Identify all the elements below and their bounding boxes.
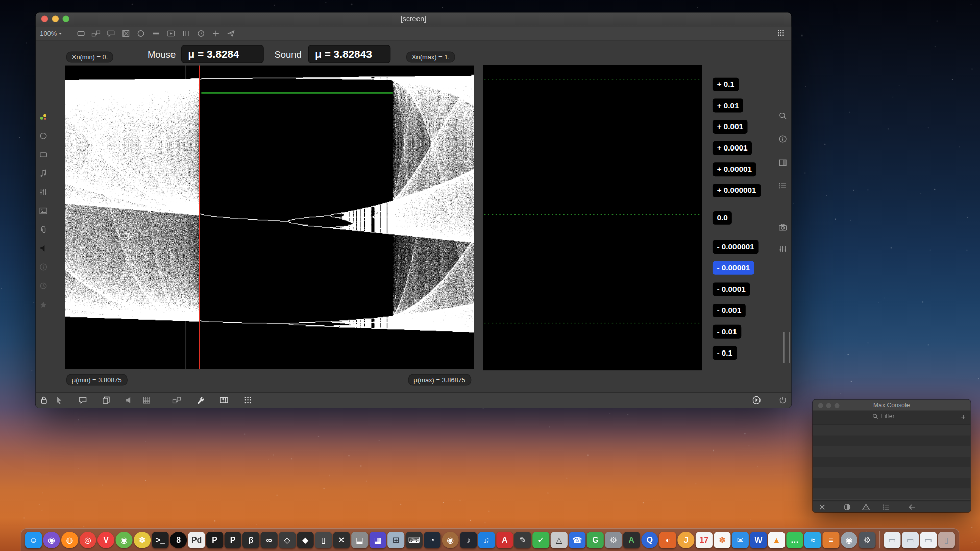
minimize-button[interactable] — [52, 16, 59, 22]
dock-icon-tor-browser[interactable]: ◉ — [116, 531, 133, 548]
dock-icon-green-store[interactable]: G — [587, 531, 604, 548]
decrement-button[interactable]: - 0.01 — [713, 325, 741, 339]
attachment-clip-icon[interactable] — [39, 225, 48, 234]
dock-icon-mail[interactable]: ✉ — [732, 531, 749, 548]
dock-icon-unity[interactable]: ◇ — [279, 531, 296, 548]
dock-icon-chrome[interactable]: ◎ — [80, 531, 96, 548]
dock-icon-gamepad-app[interactable]: ▦ — [370, 531, 386, 548]
console-filter-field[interactable]: Filter — [872, 413, 894, 419]
duplicate-icon[interactable] — [101, 395, 110, 405]
decrement-button[interactable]: - 0.1 — [713, 346, 737, 360]
share-send-icon[interactable] — [226, 29, 235, 38]
dock-icon-vivaldi[interactable]: V — [97, 531, 114, 548]
playbar-icon[interactable] — [166, 29, 176, 38]
mu-min-message-box[interactable]: μ(min) = 3.80875 — [66, 374, 128, 385]
run-play-icon[interactable] — [752, 395, 761, 405]
dock-icon-window-preview-3[interactable]: ▭ — [920, 531, 937, 548]
grid-overlay-icon[interactable] — [776, 28, 786, 37]
dock-icon-terminal[interactable]: >_ — [152, 531, 169, 548]
patch-cords-icon[interactable] — [172, 395, 181, 405]
xn-max-message-box[interactable]: Xn(max) = 1. — [406, 51, 455, 62]
console-list-icon[interactable] — [778, 181, 787, 190]
add-object-icon[interactable] — [211, 29, 220, 38]
mixer-sliders-icon[interactable] — [39, 187, 48, 196]
patcher-canvas[interactable]: Xn(min) = 0. Mouse μ = 3.8284 Sound μ = … — [36, 41, 791, 392]
dock-icon-openemu[interactable]: ▤ — [351, 531, 368, 548]
dock-icon-orange-list-app[interactable]: ≡ — [822, 531, 839, 548]
colored-dots-icon[interactable] — [39, 112, 48, 121]
dock-icon-window-preview-1[interactable]: ▭ — [884, 531, 900, 548]
dock-icon-metronome[interactable]: △ — [551, 531, 568, 548]
split-panel-icon[interactable] — [778, 158, 787, 167]
lock-icon[interactable] — [39, 395, 48, 405]
increment-button[interactable]: + 0.0001 — [713, 141, 752, 155]
increment-button[interactable]: + 0.00001 — [713, 162, 756, 176]
dock-icon-p-dark-app[interactable]: P — [225, 531, 241, 548]
dock-icon-obs[interactable]: ∞ — [261, 531, 278, 548]
message-lines-icon[interactable] — [151, 29, 160, 38]
window-titlebar[interactable]: [screen] — [36, 12, 791, 26]
dock-icon-q-ball[interactable]: Q — [641, 531, 658, 548]
tools-wrench-icon[interactable] — [195, 395, 205, 405]
dock-icon-siri[interactable]: ◉ — [43, 531, 60, 548]
link-objects-icon[interactable] — [91, 29, 101, 38]
dock-icon-vlc[interactable]: ▲ — [768, 531, 785, 548]
metro-clock-icon[interactable] — [196, 29, 205, 38]
dock-icon-pure-data[interactable]: Pd — [188, 531, 205, 548]
dock-icon-dark-cube-app[interactable]: ◆ — [297, 531, 314, 548]
increment-button[interactable]: + 0.01 — [713, 98, 743, 112]
dock-icon-acrobat[interactable]: A — [496, 531, 513, 548]
dock-icon-dark-gear-utility[interactable]: ⚙ — [859, 531, 875, 548]
console-add-button[interactable]: + — [961, 412, 966, 421]
dock-icon-trash[interactable]: ▯ — [938, 531, 955, 548]
history-clock-icon[interactable] — [843, 502, 852, 511]
record-circle-icon[interactable] — [39, 131, 48, 140]
audio-power-icon[interactable] — [778, 395, 787, 405]
filter-sliders-icon[interactable] — [778, 244, 787, 254]
zero-button[interactable]: 0.0 — [713, 211, 732, 225]
comment-bubble-icon[interactable] — [106, 29, 115, 38]
clock-dim-icon[interactable] — [39, 281, 48, 290]
dock-icon-finder[interactable]: ☺ — [25, 531, 42, 548]
clear-console-icon[interactable] — [818, 502, 827, 511]
dock-icon-messages[interactable]: … — [786, 531, 803, 548]
columns-icon[interactable] — [181, 29, 190, 38]
console-titlebar[interactable]: Max Console — [813, 400, 971, 411]
audio-speaker-icon[interactable] — [125, 395, 134, 405]
dock-icon-things-todo[interactable]: ✓ — [532, 531, 549, 548]
dock-icon-photos[interactable]: ✽ — [714, 531, 730, 548]
dock-icon-music[interactable]: ♫ — [478, 531, 495, 548]
dock-icon-juice-app[interactable]: J — [677, 531, 694, 548]
console-close-button[interactable] — [818, 403, 823, 408]
increment-button[interactable]: + 0.001 — [713, 120, 748, 134]
close-button[interactable] — [41, 16, 48, 22]
fullscreen-button[interactable] — [62, 16, 69, 22]
object-box-icon[interactable] — [76, 29, 85, 38]
zoom-control[interactable]: 100% — [40, 30, 63, 37]
select-cursor-icon[interactable] — [55, 395, 64, 405]
dock-icon-network-utility[interactable]: ◉ — [841, 531, 857, 548]
decrement-button[interactable]: - 0.0001 — [713, 282, 750, 296]
music-note-icon[interactable] — [39, 169, 48, 178]
dock-icon-system-preferences[interactable]: ⚙ — [605, 531, 622, 548]
open-in-patcher-icon[interactable] — [908, 502, 917, 511]
dock-icon-x-utility[interactable]: ✕ — [333, 531, 350, 548]
dock-icon-world-clock[interactable]: ◔ — [424, 531, 440, 548]
grid-snap-icon[interactable] — [142, 395, 151, 405]
mu-max-message-box[interactable]: μ(max) = 3.86875 — [408, 374, 471, 385]
dock-icon-petal-app[interactable]: ✽ — [134, 531, 151, 548]
piano-keyboard-icon[interactable] — [219, 395, 229, 405]
inspector-info-icon[interactable] — [778, 134, 787, 143]
increment-button[interactable]: + 0.1 — [713, 78, 739, 91]
max-console-window[interactable]: Max Console Filter + — [813, 400, 971, 512]
star-dim-icon[interactable] — [39, 300, 48, 309]
increment-button[interactable]: + 0.000001 — [713, 184, 761, 197]
button-circle-icon[interactable] — [136, 29, 145, 38]
speaker-icon[interactable] — [39, 244, 48, 253]
message-list-icon[interactable] — [881, 502, 891, 511]
dock-icon-word[interactable]: W — [750, 531, 767, 548]
comment-icon[interactable] — [78, 395, 87, 405]
dock-icon-eight-ball[interactable]: 8 — [170, 531, 187, 548]
dock-icon-half-orange-app[interactable]: ◐ — [659, 531, 676, 548]
matrix-dots-icon[interactable] — [243, 395, 252, 405]
